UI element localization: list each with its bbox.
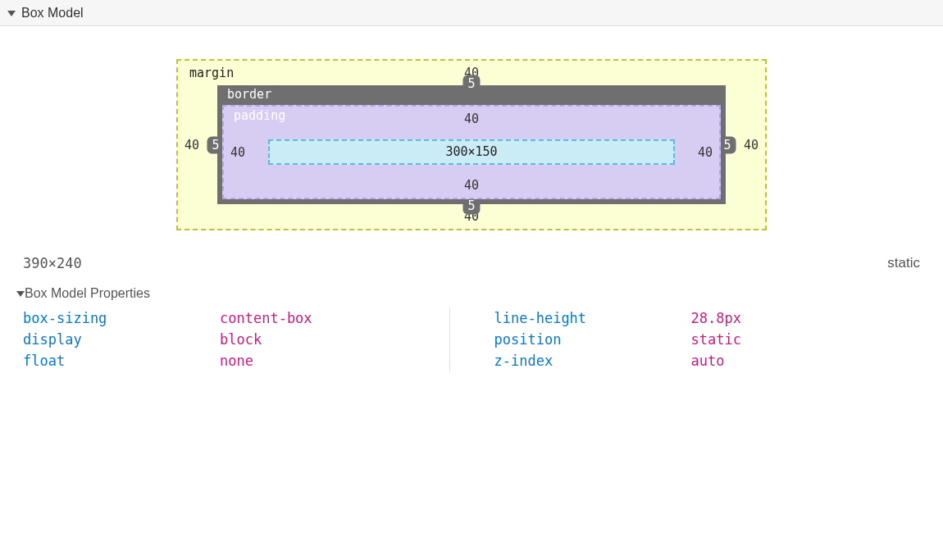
property-row[interactable]: line-height 28.8px xyxy=(494,307,888,329)
box-info-row: 390×240 static xyxy=(0,247,943,283)
property-value: 28.8px xyxy=(691,310,741,326)
triangle-down-icon xyxy=(7,8,16,18)
box-model-header[interactable]: Box Model xyxy=(0,0,943,26)
property-name: z-index xyxy=(494,353,691,369)
border-box[interactable]: border 5 5 5 5 padding 40 40 40 40 300×1… xyxy=(217,85,726,204)
property-value: block xyxy=(220,331,262,348)
property-name: float xyxy=(23,353,220,369)
property-value: content-box xyxy=(220,310,312,326)
border-label: border xyxy=(227,87,271,102)
padding-box[interactable]: padding 40 40 40 40 300×150 xyxy=(222,105,721,199)
box-model-properties-header[interactable]: Box Model Properties xyxy=(0,283,943,307)
triangle-down-icon xyxy=(16,289,25,298)
box-model-diagram: margin 40 40 40 40 border 5 5 5 5 paddin… xyxy=(0,26,943,247)
property-name: position xyxy=(494,331,691,348)
property-row[interactable]: box-sizing content-box xyxy=(23,307,417,329)
border-top[interactable]: 5 xyxy=(462,75,480,93)
padding-left[interactable]: 40 xyxy=(230,145,245,160)
margin-label: margin xyxy=(189,66,234,80)
property-row[interactable]: position static xyxy=(494,329,888,350)
margin-right[interactable]: 40 xyxy=(744,138,758,153)
property-row[interactable]: z-index auto xyxy=(494,350,888,371)
property-row[interactable]: display block xyxy=(23,329,417,350)
box-model-header-title: Box Model xyxy=(21,6,84,20)
property-name: box-sizing xyxy=(23,310,220,326)
property-name: display xyxy=(23,331,220,348)
padding-bottom[interactable]: 40 xyxy=(464,178,479,193)
content-box[interactable]: 300×150 xyxy=(268,139,675,165)
padding-right[interactable]: 40 xyxy=(698,145,713,160)
box-model-properties: box-sizing content-box display block flo… xyxy=(0,307,943,388)
svg-marker-0 xyxy=(7,11,16,16)
property-value: auto xyxy=(691,353,725,369)
margin-left[interactable]: 40 xyxy=(184,138,199,153)
border-right[interactable]: 5 xyxy=(718,136,736,153)
properties-column-left: box-sizing content-box display block flo… xyxy=(23,307,449,371)
content-size[interactable]: 300×150 xyxy=(445,144,497,159)
padding-label: padding xyxy=(234,108,285,123)
svg-marker-1 xyxy=(16,291,25,297)
padding-top[interactable]: 40 xyxy=(464,112,479,126)
property-row[interactable]: float none xyxy=(23,350,417,371)
box-model-properties-title: Box Model Properties xyxy=(25,286,150,301)
position-value: static xyxy=(887,255,920,271)
property-value: none xyxy=(220,353,253,369)
property-name: line-height xyxy=(494,310,691,326)
border-bottom[interactable]: 5 xyxy=(462,198,480,215)
property-value: static xyxy=(691,331,741,348)
properties-column-right: line-height 28.8px position static z-ind… xyxy=(449,307,921,371)
computed-size: 390×240 xyxy=(23,255,82,271)
margin-box[interactable]: margin 40 40 40 40 border 5 5 5 5 paddin… xyxy=(176,59,767,230)
